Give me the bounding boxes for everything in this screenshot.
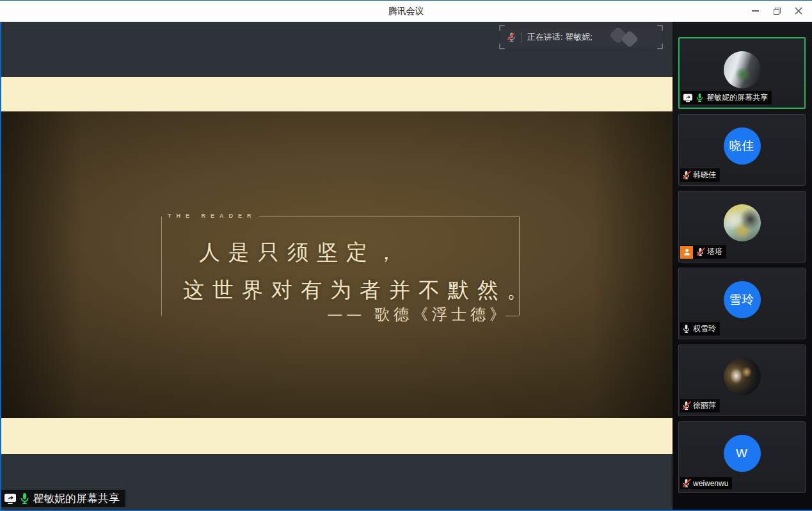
participant-tile-hanxiaojia[interactable]: 晓佳 韩晓佳 xyxy=(678,114,806,186)
quote-frame: THE READER 人是只须坚定， 这世界对有为者并不默然。 —— 歌德《浮士… xyxy=(161,216,520,316)
speaking-status-pill: 正在讲话: 瞿敏妮; xyxy=(500,26,662,48)
participant-tile-quminni-share[interactable]: 瞿敏妮的屏幕共享 xyxy=(678,37,806,109)
mic-idle-icon xyxy=(682,324,690,334)
close-icon xyxy=(795,7,802,15)
minimize-icon xyxy=(752,10,759,12)
series-badge: THE READER xyxy=(168,213,257,219)
titlebar: 腾讯会议 xyxy=(0,1,812,22)
tencent-meeting-logo-icon xyxy=(609,28,646,46)
restore-icon xyxy=(774,8,781,15)
mic-muted-icon xyxy=(682,478,690,488)
window-title: 腾讯会议 xyxy=(388,6,424,17)
status-separator xyxy=(521,32,521,42)
slide-cream-band-bottom xyxy=(1,418,673,454)
participant-name: 韩晓佳 xyxy=(693,170,716,181)
mic-muted-icon xyxy=(696,247,705,257)
participant-tile-weiwenwu[interactable]: W weiwenwu xyxy=(678,421,806,493)
participant-label: 瞿敏妮的屏幕共享 xyxy=(681,91,772,104)
participant-name: 徐丽萍 xyxy=(693,400,716,411)
app-window: 腾讯会议 THE READER xyxy=(0,0,812,511)
quote-attribution: —— 歌德《浮士德》 xyxy=(327,304,509,325)
participant-name: 塔塔 xyxy=(707,247,722,257)
participant-tile-tata[interactable]: 塔塔 xyxy=(678,191,806,263)
shared-video-frame: THE READER 人是只须坚定， 这世界对有为者并不默然。 —— 歌德《浮士… xyxy=(1,111,673,418)
window-controls xyxy=(744,1,809,21)
participant-name: weiwenwu xyxy=(693,479,728,488)
restore-button[interactable] xyxy=(766,1,788,21)
participant-tile-xuliping[interactable]: 徐丽萍 xyxy=(678,345,806,416)
mic-on-icon xyxy=(19,492,30,505)
speaking-status-text: 正在讲话: 瞿敏妮; xyxy=(527,31,593,43)
minimize-button[interactable] xyxy=(744,1,766,21)
quote-frame-topline xyxy=(259,216,519,216)
avatar xyxy=(724,51,761,88)
participant-label: 韩晓佳 xyxy=(680,168,720,182)
participant-label: 塔塔 xyxy=(680,245,726,259)
participant-label: weiwenwu xyxy=(680,477,732,489)
avatar xyxy=(724,204,761,241)
slide-cream-band-top xyxy=(1,77,673,111)
quote-line-1: 人是只须坚定， xyxy=(199,238,519,267)
mic-muted-icon xyxy=(682,170,690,180)
participant-sidebar: 瞿敏妮的屏幕共享 晓佳 韩晓佳 xyxy=(673,22,812,510)
screen-share-icon xyxy=(4,493,17,505)
avatar xyxy=(724,358,761,395)
participant-label: 徐丽萍 xyxy=(680,399,720,412)
participant-name: 权雪玲 xyxy=(693,323,716,334)
mic-muted-icon xyxy=(682,401,690,410)
screen-share-icon xyxy=(683,93,693,102)
meeting-body: THE READER 人是只须坚定， 这世界对有为者并不默然。 —— 歌德《浮士… xyxy=(0,22,812,511)
mic-on-icon xyxy=(696,93,704,102)
participant-tile-quanxueling[interactable]: 雪玲 权雪玲 xyxy=(678,268,806,339)
shared-screen-stage[interactable]: THE READER 人是只须坚定， 这世界对有为者并不默然。 —— 歌德《浮士… xyxy=(1,22,673,510)
quote-line-2: 这世界对有为者并不默然。 xyxy=(183,276,519,305)
muted-mic-icon xyxy=(507,32,516,42)
sharer-name-text: 瞿敏妮的屏幕共享 xyxy=(33,491,120,506)
avatar: 雪玲 xyxy=(724,281,761,318)
close-button[interactable] xyxy=(788,1,809,21)
avatar: W xyxy=(724,435,761,472)
avatar: 晓佳 xyxy=(724,127,761,165)
sharer-name-overlay: 瞿敏妮的屏幕共享 xyxy=(1,490,125,507)
host-badge-icon xyxy=(680,246,693,259)
participant-name: 瞿敏妮的屏幕共享 xyxy=(706,92,768,103)
participant-label: 权雪玲 xyxy=(680,322,720,336)
